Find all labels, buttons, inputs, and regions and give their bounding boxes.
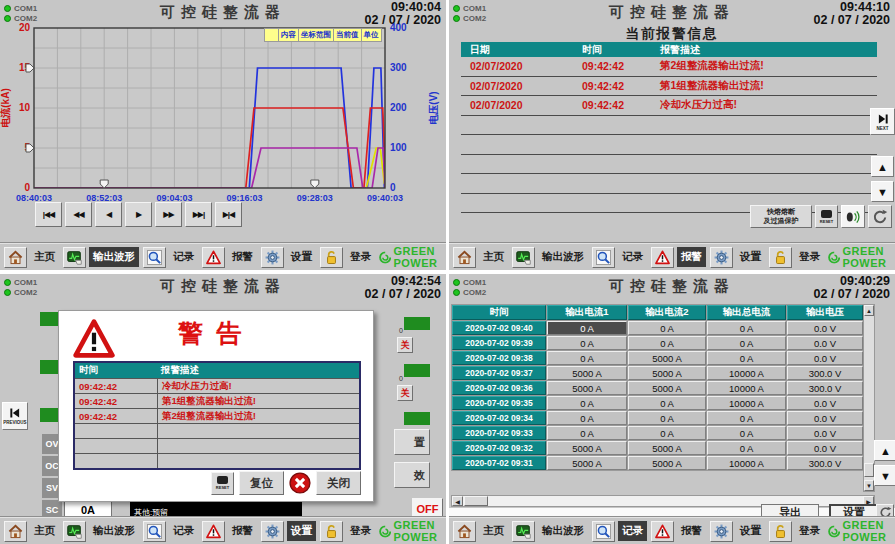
playback-button[interactable]: ▶: [125, 202, 152, 227]
nav-home[interactable]: 主页: [479, 521, 508, 541]
nav-alarm[interactable]: 报警: [228, 247, 257, 267]
record-time-cell[interactable]: 2020-07-02 09:37: [452, 366, 546, 380]
scroll-down-button[interactable]: ▼: [871, 181, 894, 202]
nav-login[interactable]: 登录: [795, 247, 824, 267]
record-value-cell[interactable]: 10000 A: [707, 366, 786, 380]
record-value-cell[interactable]: 0 A: [547, 426, 627, 440]
record-time-cell[interactable]: 2020-07-02 09:34: [452, 411, 546, 425]
nav-waveform[interactable]: 输出波形: [538, 521, 588, 541]
record-col-header[interactable]: 输出电压: [787, 305, 863, 320]
vertical-scrollbar[interactable]: ▲ ▼: [863, 304, 875, 492]
reset-button[interactable]: RESET: [815, 205, 838, 228]
record-value-cell[interactable]: 0 A: [547, 396, 627, 410]
record-value-cell[interactable]: 5000 A: [628, 381, 706, 395]
alarm-row[interactable]: 02/07/202009:42:42第2组整流器输出过流!: [461, 57, 877, 77]
record-value-cell[interactable]: 0 A: [628, 336, 706, 350]
page-down-button[interactable]: ▼: [874, 465, 895, 486]
record-time-cell[interactable]: 2020-07-02 09:36: [452, 381, 546, 395]
record-value-cell[interactable]: 0 A: [707, 336, 786, 350]
nav-alarm[interactable]: 报警: [228, 521, 257, 541]
close-x-icon[interactable]: [289, 472, 311, 494]
alarm-row[interactable]: 02/07/202009:42:42冷却水压力过高!: [461, 96, 877, 116]
scroll-up-button[interactable]: ▲: [871, 156, 894, 177]
settings-icon[interactable]: [710, 247, 733, 268]
waveform-icon[interactable]: [63, 521, 86, 542]
playback-button[interactable]: ▶|◀: [215, 202, 242, 227]
nav-waveform[interactable]: 输出波形: [89, 247, 139, 267]
nav-login[interactable]: 登录: [346, 521, 375, 541]
records-icon[interactable]: [592, 521, 615, 542]
record-value-cell[interactable]: 300.0 V: [787, 366, 863, 380]
record-value-cell[interactable]: 0.0 V: [787, 426, 863, 440]
login-icon[interactable]: [320, 521, 343, 542]
page-up-button[interactable]: ▲: [874, 440, 895, 461]
record-value-cell[interactable]: 300.0 V: [787, 381, 863, 395]
login-icon[interactable]: [320, 247, 343, 268]
nav-login[interactable]: 登录: [795, 521, 824, 541]
record-time-cell[interactable]: 2020-07-02 09:32: [452, 441, 546, 455]
record-value-cell[interactable]: 5000 A: [547, 366, 627, 380]
scrollbar-down-icon[interactable]: ▼: [864, 480, 874, 491]
home-icon[interactable]: [453, 247, 476, 268]
record-value-cell[interactable]: 5000 A: [547, 441, 627, 455]
nav-records[interactable]: 记录: [618, 247, 647, 267]
off-toggle-button[interactable]: 关: [397, 337, 413, 353]
dialog-close-button[interactable]: 关闭: [316, 471, 361, 495]
nav-home[interactable]: 主页: [30, 247, 59, 267]
record-value-cell[interactable]: 0 A: [707, 321, 786, 335]
record-value-cell[interactable]: 0 A: [628, 411, 706, 425]
record-col-header[interactable]: 输出电流1: [547, 305, 627, 320]
record-col-header[interactable]: 输出总电流: [707, 305, 786, 320]
alarm-icon[interactable]: [651, 521, 674, 542]
record-value-cell[interactable]: 0 A: [707, 351, 786, 365]
scrollbar-up-icon[interactable]: ▲: [864, 305, 874, 316]
record-value-cell[interactable]: 0.0 V: [787, 336, 863, 350]
nav-home[interactable]: 主页: [30, 521, 59, 541]
record-value-cell[interactable]: 0.0 V: [787, 351, 863, 365]
scrollbar-thumb[interactable]: [864, 463, 874, 477]
record-value-cell[interactable]: 0 A: [707, 441, 786, 455]
records-icon[interactable]: [143, 247, 166, 268]
record-time-cell[interactable]: 2020-07-02 09:35: [452, 396, 546, 410]
record-time-cell[interactable]: 2020-07-02 09:33: [452, 426, 546, 440]
playback-button[interactable]: ▶▶: [155, 202, 182, 227]
record-col-header[interactable]: 输出电流2: [628, 305, 706, 320]
nav-settings[interactable]: 设置: [736, 247, 765, 267]
record-value-cell[interactable]: 5000 A: [628, 441, 706, 455]
login-icon[interactable]: [769, 247, 792, 268]
alarm-icon[interactable]: [202, 247, 225, 268]
nav-home[interactable]: 主页: [479, 247, 508, 267]
playback-button[interactable]: ◀: [95, 202, 122, 227]
record-time-cell[interactable]: 2020-07-02 09:40: [452, 321, 546, 335]
home-icon[interactable]: [4, 521, 27, 542]
mute-button[interactable]: [841, 205, 865, 228]
record-value-cell[interactable]: 0.0 V: [787, 441, 863, 455]
record-value-cell[interactable]: 5000 A: [547, 456, 627, 470]
waveform-icon[interactable]: [512, 521, 535, 542]
off-toggle-button[interactable]: 关: [397, 385, 413, 401]
record-time-cell[interactable]: 2020-07-02 09:31: [452, 456, 546, 470]
nav-records[interactable]: 记录: [618, 521, 647, 541]
fuse-protection-button[interactable]: 快熔熔断 及过温保护: [750, 205, 812, 228]
record-value-cell[interactable]: 0 A: [628, 426, 706, 440]
playback-button[interactable]: ▶▶|: [185, 202, 212, 227]
playback-button[interactable]: ◀◀: [65, 202, 92, 227]
record-value-cell[interactable]: 0.0 V: [787, 321, 863, 335]
record-value-cell[interactable]: 0 A: [547, 411, 627, 425]
record-value-cell[interactable]: 0 A: [547, 351, 627, 365]
nav-settings[interactable]: 设置: [287, 247, 316, 267]
records-icon[interactable]: [143, 521, 166, 542]
record-value-cell[interactable]: 0 A: [547, 336, 627, 350]
refresh-button[interactable]: [868, 205, 892, 228]
previous-page-button[interactable]: PREVIOUS: [2, 402, 28, 430]
record-value-cell[interactable]: 0 A: [547, 321, 627, 335]
record-value-cell[interactable]: 0 A: [707, 426, 786, 440]
record-value-cell[interactable]: 5000 A: [628, 456, 706, 470]
records-icon[interactable]: [592, 247, 615, 268]
record-value-cell[interactable]: 10000 A: [707, 396, 786, 410]
record-value-cell[interactable]: 300.0 V: [787, 456, 863, 470]
record-value-cell[interactable]: 5000 A: [547, 381, 627, 395]
waveform-icon[interactable]: [63, 247, 86, 268]
scrollbar-left-icon[interactable]: ◀: [452, 496, 463, 506]
nav-waveform[interactable]: 输出波形: [89, 521, 139, 541]
